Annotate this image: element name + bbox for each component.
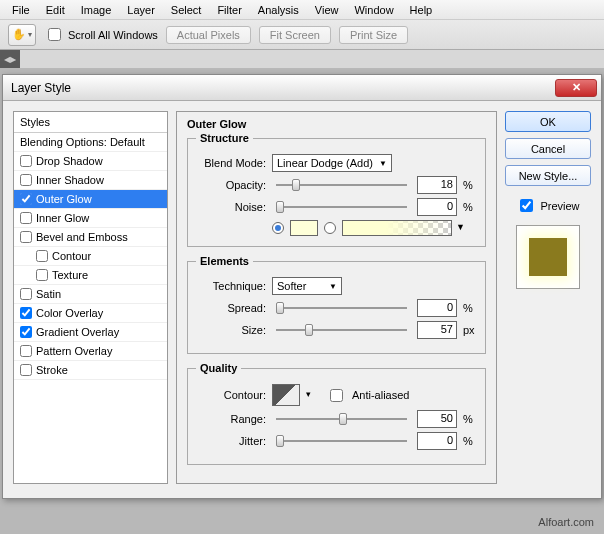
color-radio[interactable]	[272, 222, 284, 234]
menu-window[interactable]: Window	[346, 2, 401, 18]
menu-analysis[interactable]: Analysis	[250, 2, 307, 18]
elements-group: Elements Technique: Softer Spread: 0 % S…	[187, 255, 486, 354]
satin-checkbox[interactable]	[20, 288, 32, 300]
opacity-slider[interactable]	[276, 178, 407, 192]
style-pattern-overlay[interactable]: Pattern Overlay	[14, 342, 167, 361]
style-outer-glow[interactable]: Outer Glow	[14, 190, 167, 209]
menu-layer[interactable]: Layer	[119, 2, 163, 18]
glow-gradient-picker[interactable]	[342, 220, 452, 236]
print-size-button[interactable]: Print Size	[339, 26, 408, 44]
noise-slider[interactable]	[276, 200, 407, 214]
size-input[interactable]: 57	[417, 321, 457, 339]
scroll-all-checkbox[interactable]	[48, 28, 61, 41]
menu-image[interactable]: Image	[73, 2, 120, 18]
document-tabs: ◀▶	[0, 50, 604, 68]
tab-scroll-arrows[interactable]: ◀▶	[0, 50, 20, 68]
contour-checkbox[interactable]	[36, 250, 48, 262]
contour-picker[interactable]	[272, 384, 300, 406]
contour-label: Contour:	[196, 389, 266, 401]
menu-file[interactable]: File	[4, 2, 38, 18]
elements-legend: Elements	[196, 255, 253, 267]
style-label: Texture	[52, 269, 88, 281]
style-contour[interactable]: Contour	[14, 247, 167, 266]
noise-input[interactable]: 0	[417, 198, 457, 216]
anti-aliased-checkbox[interactable]	[330, 389, 343, 402]
new-style-button[interactable]: New Style...	[505, 165, 591, 186]
style-label: Inner Glow	[36, 212, 89, 224]
menu-edit[interactable]: Edit	[38, 2, 73, 18]
settings-panel: Outer Glow Structure Blend Mode: Linear …	[176, 111, 497, 484]
style-gradient-overlay[interactable]: Gradient Overlay	[14, 323, 167, 342]
preview-checkbox[interactable]	[520, 199, 533, 212]
quality-group: Quality Contour: Anti-aliased Range: 50 …	[187, 362, 486, 465]
watermark: Alfoart.com	[538, 516, 594, 528]
technique-select[interactable]: Softer	[272, 277, 342, 295]
style-stroke[interactable]: Stroke	[14, 361, 167, 380]
color-overlay-checkbox[interactable]	[20, 307, 32, 319]
styles-header[interactable]: Styles	[14, 112, 167, 133]
jitter-slider[interactable]	[276, 434, 407, 448]
structure-group: Structure Blend Mode: Linear Dodge (Add)…	[187, 132, 486, 247]
unit-px: px	[463, 324, 477, 336]
blending-options-row[interactable]: Blending Options: Default	[14, 133, 167, 152]
spread-input[interactable]: 0	[417, 299, 457, 317]
scroll-all-windows-checkbox[interactable]: Scroll All Windows	[44, 25, 158, 44]
panel-title: Outer Glow	[187, 118, 486, 130]
style-label: Drop Shadow	[36, 155, 103, 167]
jitter-input[interactable]: 0	[417, 432, 457, 450]
outer-glow-checkbox[interactable]	[20, 193, 32, 205]
preview-checkbox-row[interactable]: Preview	[505, 196, 591, 215]
style-inner-shadow[interactable]: Inner Shadow	[14, 171, 167, 190]
noise-label: Noise:	[196, 201, 266, 213]
bevel-emboss-checkbox[interactable]	[20, 231, 32, 243]
style-color-overlay[interactable]: Color Overlay	[14, 304, 167, 323]
dialog-title: Layer Style	[7, 81, 71, 95]
style-drop-shadow[interactable]: Drop Shadow	[14, 152, 167, 171]
gradient-overlay-checkbox[interactable]	[20, 326, 32, 338]
glow-color-swatch[interactable]	[290, 220, 318, 236]
style-label: Gradient Overlay	[36, 326, 119, 338]
menu-view[interactable]: View	[307, 2, 347, 18]
stroke-checkbox[interactable]	[20, 364, 32, 376]
styles-list: Styles Blending Options: Default Drop Sh…	[13, 111, 168, 484]
actual-pixels-button[interactable]: Actual Pixels	[166, 26, 251, 44]
size-label: Size:	[196, 324, 266, 336]
texture-checkbox[interactable]	[36, 269, 48, 281]
inner-shadow-checkbox[interactable]	[20, 174, 32, 186]
style-label: Stroke	[36, 364, 68, 376]
preview-thumbnail	[516, 225, 580, 289]
spread-slider[interactable]	[276, 301, 407, 315]
fit-screen-button[interactable]: Fit Screen	[259, 26, 331, 44]
gradient-radio[interactable]	[324, 222, 336, 234]
technique-value: Softer	[277, 280, 306, 292]
style-inner-glow[interactable]: Inner Glow	[14, 209, 167, 228]
menu-filter[interactable]: Filter	[209, 2, 249, 18]
options-bar: ✋ Scroll All Windows Actual Pixels Fit S…	[0, 20, 604, 50]
range-input[interactable]: 50	[417, 410, 457, 428]
menu-help[interactable]: Help	[402, 2, 441, 18]
dialog-titlebar: Layer Style ✕	[3, 75, 601, 101]
close-button[interactable]: ✕	[555, 79, 597, 97]
preview-swatch	[529, 238, 567, 276]
range-slider[interactable]	[276, 412, 407, 426]
opacity-input[interactable]: 18	[417, 176, 457, 194]
size-slider[interactable]	[276, 323, 407, 337]
anti-aliased-label: Anti-aliased	[352, 389, 409, 401]
pattern-overlay-checkbox[interactable]	[20, 345, 32, 357]
cancel-button[interactable]: Cancel	[505, 138, 591, 159]
jitter-label: Jitter:	[196, 435, 266, 447]
style-satin[interactable]: Satin	[14, 285, 167, 304]
inner-glow-checkbox[interactable]	[20, 212, 32, 224]
style-texture[interactable]: Texture	[14, 266, 167, 285]
style-bevel-emboss[interactable]: Bevel and Emboss	[14, 228, 167, 247]
blend-mode-select[interactable]: Linear Dodge (Add)	[272, 154, 392, 172]
style-label: Pattern Overlay	[36, 345, 112, 357]
style-label: Outer Glow	[36, 193, 92, 205]
hand-tool-icon[interactable]: ✋	[8, 24, 36, 46]
unit-pct: %	[463, 413, 477, 425]
drop-shadow-checkbox[interactable]	[20, 155, 32, 167]
ok-button[interactable]: OK	[505, 111, 591, 132]
spread-label: Spread:	[196, 302, 266, 314]
blend-mode-value: Linear Dodge (Add)	[277, 157, 373, 169]
menu-select[interactable]: Select	[163, 2, 210, 18]
